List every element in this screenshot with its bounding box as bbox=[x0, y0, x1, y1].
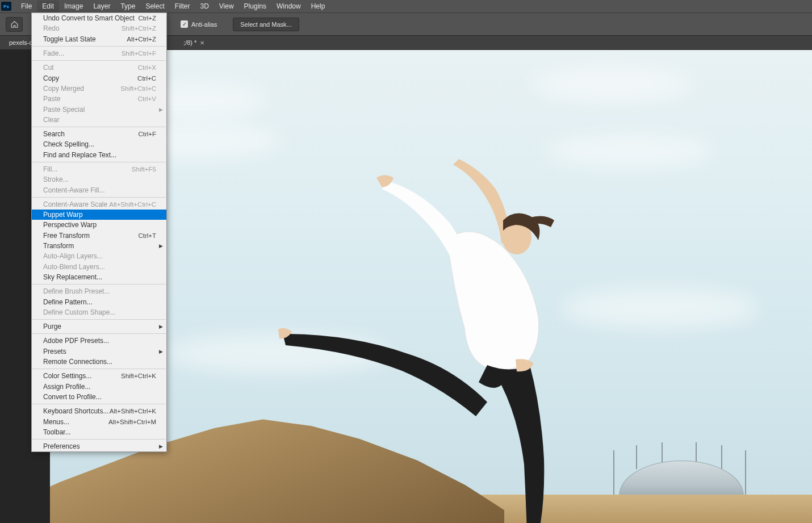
menu-item-redo: RedoShift+Ctrl+Z bbox=[32, 23, 166, 34]
menu-separator bbox=[32, 369, 166, 369]
menubar-item-view[interactable]: View bbox=[214, 1, 239, 12]
menu-item-keyboard-shortcuts[interactable]: Keyboard Shortcuts...Alt+Shift+Ctrl+K bbox=[32, 406, 166, 416]
menu-item-convert-to-profile[interactable]: Convert to Profile... bbox=[32, 392, 166, 402]
menu-item-purge[interactable]: Purge▶ bbox=[32, 321, 166, 332]
menu-item-label: Assign Profile... bbox=[43, 383, 90, 391]
menu-item-define-pattern[interactable]: Define Pattern... bbox=[32, 296, 166, 307]
menu-item-copy[interactable]: CopyCtrl+C bbox=[32, 73, 166, 83]
menu-separator bbox=[32, 319, 166, 320]
menu-item-shortcut: Alt+Shift+Ctrl+C bbox=[109, 201, 156, 208]
menu-item-free-transform[interactable]: Free TransformCtrl+T bbox=[32, 231, 166, 241]
menu-item-shortcut: Ctrl+V bbox=[138, 95, 156, 102]
menubar-item-window[interactable]: Window bbox=[271, 1, 306, 12]
menu-item-label: Preferences bbox=[43, 442, 80, 450]
menu-item-shortcut: Alt+Shift+Ctrl+M bbox=[108, 419, 156, 425]
menu-item-shortcut: Ctrl+F bbox=[138, 131, 156, 137]
submenu-arrow-icon: ▶ bbox=[159, 349, 163, 354]
menu-item-label: Fill... bbox=[43, 165, 57, 173]
menu-item-presets[interactable]: Presets▶ bbox=[32, 346, 166, 357]
menubar-item-filter[interactable]: Filter bbox=[170, 1, 195, 12]
menu-separator bbox=[32, 439, 166, 440]
menu-item-label: Search bbox=[43, 130, 65, 138]
menu-item-label: Paste Special bbox=[43, 106, 85, 114]
menu-item-adobe-pdf-presets[interactable]: Adobe PDF Presets... bbox=[32, 336, 166, 346]
menu-item-content-aware-fill: Content-Aware Fill... bbox=[32, 185, 166, 195]
home-icon bbox=[10, 20, 19, 28]
anti-alias-option[interactable]: ✓ Anti-alias bbox=[181, 20, 217, 28]
menu-item-clear: Clear bbox=[32, 115, 166, 125]
menu-item-undo-convert-to-smart-object[interactable]: Undo Convert to Smart ObjectCtrl+Z bbox=[32, 13, 166, 23]
menu-item-label: Auto-Align Layers... bbox=[43, 252, 103, 260]
menubar-item-image[interactable]: Image bbox=[59, 1, 88, 12]
menubar-item-plugins[interactable]: Plugins bbox=[239, 1, 271, 12]
menu-separator bbox=[32, 46, 166, 47]
app-icon: Ps bbox=[1, 2, 11, 11]
menubar-item-file[interactable]: File bbox=[16, 1, 37, 12]
edit-menu-dropdown: Undo Convert to Smart ObjectCtrl+ZRedoSh… bbox=[31, 12, 167, 452]
menu-item-shortcut: Alt+Ctrl+Z bbox=[127, 36, 156, 43]
menu-item-copy-merged: Copy MergedShift+Ctrl+C bbox=[32, 83, 166, 94]
menubar-item-help[interactable]: Help bbox=[306, 1, 330, 12]
menu-item-label: Undo Convert to Smart Object bbox=[43, 14, 135, 22]
menu-item-fade: Fade...Shift+Ctrl+F bbox=[32, 48, 166, 58]
menu-item-define-brush-preset: Define Brush Preset... bbox=[32, 286, 166, 296]
menu-item-shortcut: Shift+Ctrl+Z bbox=[122, 25, 156, 32]
menubar-item-layer[interactable]: Layer bbox=[88, 1, 115, 12]
menubar: Ps FileEditImageLayerTypeSelectFilter3DV… bbox=[0, 0, 812, 12]
menu-item-label: Stroke... bbox=[43, 175, 69, 183]
menu-item-perspective-warp[interactable]: Perspective Warp bbox=[32, 220, 166, 230]
menu-item-label: Check Spelling... bbox=[43, 140, 94, 148]
menu-item-label: Cut bbox=[43, 64, 54, 72]
menubar-item-type[interactable]: Type bbox=[115, 1, 140, 12]
menu-item-label: Content-Aware Fill... bbox=[43, 186, 105, 194]
menu-item-label: Clear bbox=[43, 116, 60, 124]
menu-item-cut: CutCtrl+X bbox=[32, 62, 166, 73]
checkbox-checked-icon: ✓ bbox=[181, 20, 188, 28]
menu-item-label: Copy bbox=[43, 74, 59, 82]
menu-item-label: Find and Replace Text... bbox=[43, 151, 116, 159]
menu-item-shortcut: Ctrl+T bbox=[138, 232, 156, 239]
menu-item-shortcut: Ctrl+Z bbox=[138, 15, 156, 22]
menu-item-color-settings[interactable]: Color Settings...Shift+Ctrl+K bbox=[32, 371, 166, 381]
menu-item-label: Free Transform bbox=[43, 232, 90, 240]
submenu-arrow-icon: ▶ bbox=[159, 243, 163, 249]
menu-item-label: Copy Merged bbox=[43, 85, 84, 93]
menu-item-shortcut: Ctrl+C bbox=[137, 75, 156, 82]
menu-item-preferences[interactable]: Preferences▶ bbox=[32, 441, 166, 451]
menu-item-label: Fade... bbox=[43, 49, 64, 57]
menu-item-label: Keyboard Shortcuts... bbox=[43, 407, 108, 415]
menu-item-shortcut: Shift+Ctrl+K bbox=[121, 373, 156, 379]
menu-item-toggle-last-state[interactable]: Toggle Last StateAlt+Ctrl+Z bbox=[32, 34, 166, 44]
menu-item-label: Define Brush Preset... bbox=[43, 287, 110, 295]
close-tab-icon[interactable]: ✕ bbox=[200, 40, 204, 46]
menu-item-label: Puppet Warp bbox=[43, 211, 83, 219]
select-and-mask-button[interactable]: Select and Mask... bbox=[233, 18, 299, 31]
menu-item-puppet-warp[interactable]: Puppet Warp bbox=[32, 210, 166, 220]
menu-item-find-and-replace-text[interactable]: Find and Replace Text... bbox=[32, 150, 166, 160]
menu-item-assign-profile[interactable]: Assign Profile... bbox=[32, 382, 166, 392]
submenu-arrow-icon: ▶ bbox=[159, 107, 163, 112]
menu-item-search[interactable]: SearchCtrl+F bbox=[32, 129, 166, 139]
menu-item-label: Menus... bbox=[43, 418, 69, 426]
menu-separator bbox=[32, 127, 166, 127]
dancer-figure bbox=[271, 158, 555, 523]
menu-item-transform[interactable]: Transform▶ bbox=[32, 241, 166, 251]
menu-item-label: Toggle Last State bbox=[43, 35, 96, 43]
menubar-item-select[interactable]: Select bbox=[140, 1, 169, 12]
menu-item-label: Redo bbox=[43, 24, 60, 32]
menu-item-content-aware-scale: Content-Aware ScaleAlt+Shift+Ctrl+C bbox=[32, 199, 166, 210]
menu-item-label: Auto-Blend Layers... bbox=[43, 263, 105, 271]
home-button[interactable] bbox=[6, 17, 23, 32]
menu-item-remote-connections[interactable]: Remote Connections... bbox=[32, 357, 166, 367]
menubar-item-edit[interactable]: Edit bbox=[37, 1, 59, 12]
menu-item-check-spelling[interactable]: Check Spelling... bbox=[32, 139, 166, 149]
menu-item-toolbar[interactable]: Toolbar... bbox=[32, 427, 166, 437]
menu-item-auto-align-layers: Auto-Align Layers... bbox=[32, 251, 166, 261]
anti-alias-label: Anti-alias bbox=[191, 21, 217, 28]
menubar-item-3d[interactable]: 3D bbox=[195, 1, 214, 12]
menu-separator bbox=[32, 197, 166, 198]
menu-item-menus[interactable]: Menus...Alt+Shift+Ctrl+M bbox=[32, 416, 166, 426]
document-tab-continued[interactable]: ;/8) * ✕ bbox=[178, 37, 210, 48]
menu-item-sky-replacement[interactable]: Sky Replacement... bbox=[32, 272, 166, 282]
menu-item-label: Sky Replacement... bbox=[43, 273, 102, 281]
